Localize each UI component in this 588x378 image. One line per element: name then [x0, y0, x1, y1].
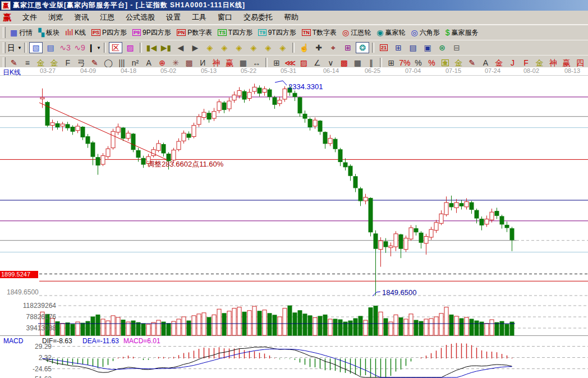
menu-设置[interactable]: 设置 [160, 11, 186, 24]
red-grid-tool[interactable]: ▩ [338, 57, 350, 68]
crosshair-tool-button[interactable]: ✚ [312, 42, 325, 53]
zoom-tool-button[interactable]: ⌖ [327, 42, 340, 53]
zigzag-tool[interactable]: И [196, 57, 209, 68]
menu-帮助[interactable]: 帮助 [278, 11, 304, 24]
shen-grid-tool[interactable]: 神 [210, 57, 222, 68]
info-panel-button[interactable]: ▤ [44, 42, 57, 53]
hexagon-button[interactable]: ◎六角形 [408, 27, 442, 38]
gold-circle-tool[interactable]: 金 [439, 57, 451, 68]
p9-square-button[interactable]: P99P四方形 [130, 27, 173, 38]
menu-交易委托[interactable]: 交易委托 [238, 11, 278, 24]
wave-a-tool[interactable]: A [480, 57, 492, 68]
gann-wheel-button[interactable]: ◎江恩轮 [340, 27, 373, 38]
shrink-h-button[interactable]: ◈ [247, 42, 260, 53]
f-angle-tool[interactable]: F [520, 57, 532, 68]
ying-grid-tool[interactable]: 赢 [223, 57, 236, 68]
notes-button[interactable]: ▤ [406, 42, 420, 53]
kline-chart-canvas [0, 67, 588, 378]
save-button[interactable]: ▣ [421, 42, 434, 53]
world-clock-button[interactable]: ⊛ [435, 42, 449, 53]
circle-tool[interactable]: ◯ [102, 57, 114, 68]
fit-view-button[interactable]: ◈ [276, 42, 290, 53]
wave-tool[interactable]: ∨ [324, 57, 337, 68]
calendar-button[interactable]: 21 [377, 42, 391, 53]
percent7-tool[interactable]: 7% [398, 57, 411, 68]
sphere-48-button[interactable]: ❂ [356, 42, 369, 53]
p-number-table-button[interactable]: PNP数字表 [174, 27, 215, 38]
hatch-tool[interactable]: ▨ [297, 57, 310, 68]
channel-tool[interactable]: A [143, 57, 155, 68]
t-number-table-button[interactable]: TNT数字表 [300, 27, 339, 38]
menu-江恩[interactable]: 江恩 [94, 11, 120, 24]
menu-文件[interactable]: 文件 [17, 11, 43, 24]
kline-button[interactable]: ılılK线 [63, 27, 88, 38]
prev-page-button[interactable]: ◀ [174, 42, 187, 53]
screen-layout-button[interactable]: ▧ [29, 42, 43, 53]
j-angle-tool[interactable]: J [507, 57, 519, 68]
black-grid-tool[interactable]: ▦ [351, 57, 364, 68]
grid-tool[interactable]: ▦ [237, 57, 249, 68]
print-button[interactable]: ⊟ [450, 42, 463, 53]
angle-lines-tool[interactable]: ∠ [311, 57, 323, 68]
gold-angle-tool[interactable]: 金 [534, 57, 546, 68]
t-square-button[interactable]: TST四方形 [215, 27, 255, 38]
annotate-pen-tool[interactable]: ✎ [89, 57, 101, 68]
winner-wheel-button[interactable]: ◉赢家轮 [374, 27, 407, 38]
pen-tool[interactable]: ✎ [8, 57, 20, 68]
period-selector[interactable]: 日▼ [8, 42, 21, 53]
last-page-button[interactable]: ▶▮ [159, 42, 173, 53]
p-square-button[interactable]: PSP四方形 [89, 27, 129, 38]
menu-工具[interactable]: 工具 [186, 11, 212, 24]
chart-area[interactable]: 日K线 03-2704-0904-1805-0205-1305-2205-310… [0, 67, 588, 378]
gold-levels-tool[interactable]: 金 [452, 57, 465, 68]
fan-lines-tool[interactable]: ⋘ [284, 57, 296, 68]
t9-square-button[interactable]: T99T四方形 [256, 27, 298, 38]
candle-style-selector[interactable]: ❙▼ [88, 42, 101, 53]
winner-service-button[interactable]: $赢家服务 [443, 27, 481, 38]
mini-chart-3-button[interactable]: ∿3 [58, 42, 72, 53]
web-tool[interactable]: ✳ [169, 57, 182, 68]
volume-axis-label-2: 78826176 [4, 313, 56, 321]
wave5-tool[interactable]: 弓 [75, 57, 88, 68]
gann-fan-center-tool[interactable]: ⊕ [156, 57, 168, 68]
expand-h-button[interactable]: ◈ [232, 42, 246, 53]
percent-lines-tool[interactable]: % [425, 57, 438, 68]
gold-channel-tool[interactable]: 金 [48, 57, 61, 68]
sectors-button[interactable]: ▚板块 [36, 27, 62, 38]
menu-浏览[interactable]: 浏览 [43, 11, 68, 24]
vert-lines-tool[interactable]: ||| [116, 57, 128, 68]
si-angle-tool[interactable]: 四 [574, 57, 586, 68]
gann-analysis-button[interactable]: 区 [109, 42, 122, 53]
t9-square-button-label: 9T四方形 [268, 28, 296, 38]
box-ruler-tool[interactable]: ⊞ [270, 57, 283, 68]
gold-circle-tool-icon: 金 [442, 59, 449, 66]
expand-v-button[interactable]: ◈ [261, 42, 275, 53]
square-of-nine-tool[interactable]: n² [129, 57, 141, 68]
parallel-lines-tool[interactable]: ∥ [365, 57, 377, 68]
next-page-button[interactable]: ▶ [189, 42, 202, 53]
pen-bars-tool[interactable]: ✎ [466, 57, 478, 68]
shift-left-button[interactable]: ◈ [203, 42, 217, 53]
percent-tool[interactable]: % [412, 57, 424, 68]
hand-tool-button[interactable]: ☝ [297, 42, 311, 53]
fib-lines-tool[interactable]: ≡ [21, 57, 34, 68]
region-tool-button[interactable]: ⊞ [341, 42, 355, 53]
mini-chart-9-button[interactable]: ∿9 [73, 42, 86, 53]
fibonacci-f-tool[interactable]: F [62, 57, 74, 68]
first-page-button[interactable]: ▮◀ [145, 42, 158, 53]
quotes-button[interactable]: ▦行情 [8, 27, 35, 38]
gold-lines-tool[interactable]: 金 [35, 57, 47, 68]
calculator-button[interactable]: ⊞ [392, 42, 405, 53]
j-angle-tool-icon: J [511, 58, 514, 67]
ying-angle-tool[interactable]: 赢 [561, 57, 573, 68]
shen-angle-tool[interactable]: 神 [547, 57, 559, 68]
menu-公式选股[interactable]: 公式选股 [120, 11, 160, 24]
spider-web-tool[interactable]: ▩ [183, 57, 195, 68]
measure-tool[interactable]: ↔ [250, 57, 263, 68]
color-chart-button[interactable]: ▨ [123, 42, 137, 53]
gold-red-tool[interactable]: 金 [493, 57, 506, 68]
menu-窗口[interactable]: 窗口 [212, 11, 238, 24]
menu-资讯[interactable]: 资讯 [68, 11, 94, 24]
shift-right-button[interactable]: ◈ [218, 42, 231, 53]
stats-bars-tool[interactable]: ⊞ [385, 57, 397, 68]
